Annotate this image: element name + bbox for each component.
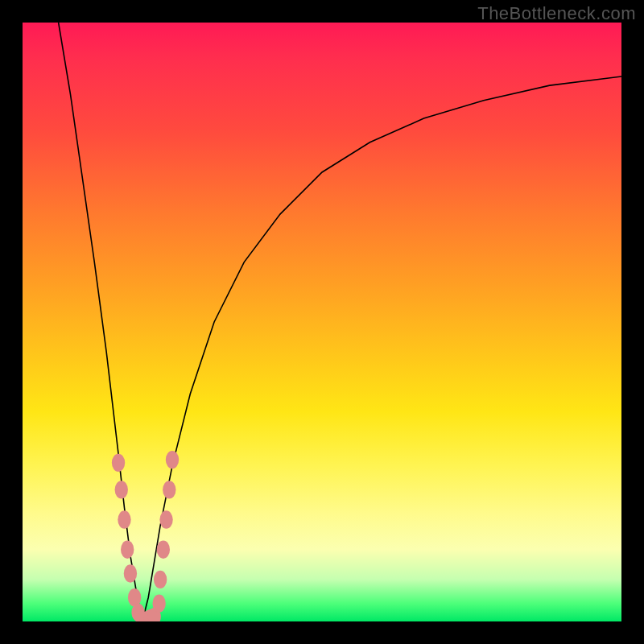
curve-right_branch — [142, 76, 621, 621]
curve-left_branch — [59, 23, 142, 621]
watermark-text: TheBottleneck.com — [477, 3, 636, 24]
chart-frame: TheBottleneck.com — [0, 0, 644, 644]
data-point — [163, 481, 175, 498]
chart-svg — [23, 23, 621, 621]
plot-area — [23, 23, 621, 621]
data-point — [112, 454, 125, 472]
data-point — [166, 451, 179, 469]
data-point — [157, 541, 170, 559]
data-point — [115, 481, 128, 498]
data-point — [154, 571, 167, 588]
data-point — [152, 595, 165, 613]
data-point — [118, 510, 130, 528]
data-point — [159, 510, 172, 528]
data-point — [121, 541, 134, 559]
data-point — [124, 564, 137, 582]
